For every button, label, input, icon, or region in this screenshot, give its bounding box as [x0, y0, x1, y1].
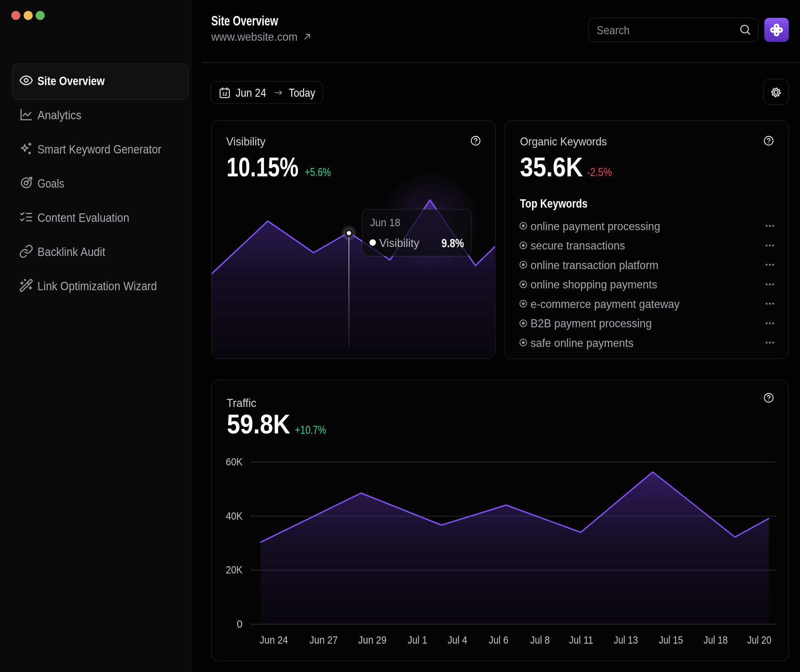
svg-text:Jun 18: Jun 18	[370, 216, 400, 228]
svg-text:Jul 4: Jul 4	[448, 634, 467, 646]
svg-text:Jul 1: Jul 1	[408, 634, 427, 646]
svg-text:Visibility: Visibility	[379, 237, 419, 250]
svg-text:20K: 20K	[226, 564, 243, 576]
svg-text:9.8%: 9.8%	[442, 236, 464, 250]
svg-text:Jul 20: Jul 20	[747, 634, 772, 646]
svg-text:40K: 40K	[226, 510, 243, 522]
svg-text:Jun 29: Jun 29	[358, 634, 387, 646]
svg-text:0: 0	[237, 618, 243, 630]
svg-text:60K: 60K	[226, 456, 243, 468]
svg-text:Jun 24: Jun 24	[260, 634, 288, 646]
svg-text:Jul 15: Jul 15	[659, 634, 683, 646]
svg-text:Jul 8: Jul 8	[530, 634, 550, 646]
svg-text:Jul 11: Jul 11	[569, 634, 594, 646]
svg-text:Jul 13: Jul 13	[614, 634, 638, 646]
svg-text:Jul 6: Jul 6	[489, 634, 508, 646]
svg-text:Jun 27: Jun 27	[309, 634, 338, 646]
svg-text:12: 12	[222, 91, 227, 97]
svg-text:Jul 18: Jul 18	[704, 634, 728, 646]
